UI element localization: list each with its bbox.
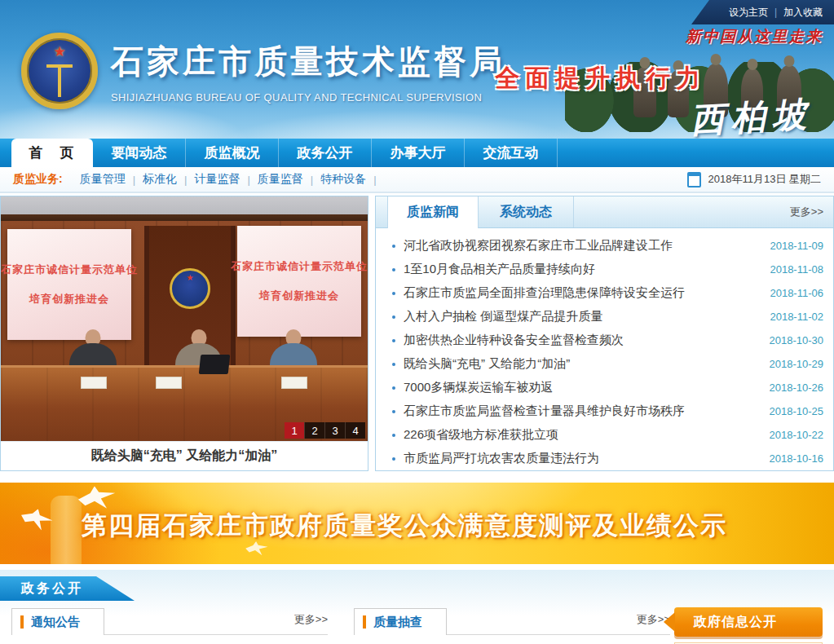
news-link[interactable]: 226项省级地方标准获批立项 (404, 427, 761, 443)
photo-nameplate (156, 377, 182, 389)
tab-accent-bar (20, 615, 24, 629)
nav-overview[interactable]: 质监概况 (186, 139, 279, 167)
news-row: 入村入户抽检 倒逼型煤产品提升质量 2018-11-02 (387, 305, 823, 329)
tab-system-updates[interactable]: 系统动态 (479, 196, 574, 227)
nav-gov-affairs[interactable]: 政务公开 (279, 139, 372, 167)
photo-left-screen: 石家庄市诚信计量示范单位 培育创新推进会 (7, 229, 131, 340)
subnav-divider: | (311, 174, 313, 186)
photo-nameplate (281, 377, 307, 389)
bottom-columns: 通知公告 更多>> 市场监管总局关于贯彻落实《国务院关于在市场监管领域… 质量抽… (11, 607, 823, 644)
bullet-icon (392, 268, 395, 271)
news-panel: 质监新闻 系统动态 更多>> 河北省政协视察团视察石家庄市工业品牌建设工作 20… (375, 196, 834, 471)
news-row: 1至10月食品相关产品质量持续向好 2018-11-08 (387, 258, 823, 281)
pagination-3[interactable]: 3 (324, 422, 345, 439)
photo-emblem-icon: ★ (170, 268, 210, 309)
bullet-icon (392, 363, 395, 366)
photo-nameplate (81, 377, 107, 389)
page: 设为主页 | 加入收藏 ★ 石家庄市质量技术监督局 SHIJIAZHUANG B… (0, 0, 834, 644)
notice-row: 市场监管总局关于贯彻落实《国务院关于在市场监管领域… (11, 639, 328, 644)
header: 设为主页 | 加入收藏 ★ 石家庄市质量技术监督局 SHIJIAZHUANG B… (0, 0, 834, 139)
news-date: 2018-11-06 (770, 287, 823, 299)
news-link[interactable]: 石家庄市质监局全面排查治理隐患保障特设安全运行 (404, 285, 761, 301)
gov-info-title-button[interactable]: 政府信息公开 (674, 607, 823, 637)
carousel-photo[interactable]: ★ 石家庄市诚信计量示范单位 培育创新推进会 石家庄市诚信计量示范单位 培育创新… (1, 196, 368, 441)
award-banner[interactable]: 第四届石家庄市政府质量奖公众满意度测评及业绩公示 (0, 483, 834, 564)
bottom-section: 政务公开 通知公告 更多>> 市场监管总局关于贯彻落实《国务院关于在市场监管领域… (0, 570, 834, 644)
bullet-icon (392, 315, 395, 319)
subnav-quality-management[interactable]: 质量管理 (80, 172, 126, 187)
gov-affairs-ribbon: 政务公开 (0, 576, 135, 601)
bullet-icon (392, 434, 395, 437)
bullet-icon (392, 457, 395, 461)
news-link[interactable]: 既给头脑“充电” 又给能力“加油” (404, 356, 761, 372)
gov-info-sidebar: 政府信息公开 ★ 市局信息公开目录 ★ 政府信息公开指南 (674, 607, 823, 644)
news-row: 石家庄市质监局监督检查计量器具维护良好市场秩序 2018-10-25 (387, 399, 823, 423)
bullet-icon (392, 339, 395, 342)
photo-person (69, 327, 117, 371)
news-date: 2018-10-25 (770, 405, 824, 417)
slogan-new-china: 新中国从这里走来 (686, 26, 823, 47)
notices-more-link[interactable]: 更多>> (294, 612, 328, 634)
tab-accent-bar (363, 615, 366, 629)
news-link[interactable]: 河北省政协视察团视察石家庄市工业品牌建设工作 (404, 238, 761, 254)
carousel-pagination: 1 2 3 4 (285, 422, 365, 439)
tab-quality-check[interactable]: 质量抽查 (354, 608, 447, 635)
photo-person (270, 327, 317, 371)
news-link[interactable]: 入村入户抽检 倒逼型煤产品提升质量 (404, 309, 761, 324)
business-prefix-label: 质监业务: (13, 172, 63, 187)
subnav-divider: | (133, 174, 135, 186)
news-row: 市质监局严打坑农害农质量违法行为 2018-10-16 (387, 447, 823, 470)
news-link[interactable]: 加密供热企业特种设备安全监督检查频次 (404, 333, 761, 348)
carousel-caption[interactable]: 既给头脑“充电” 又给能力“加油” (1, 441, 368, 470)
bullet-icon (392, 386, 395, 390)
news-row: 河北省政协视察团视察石家庄市工业品牌建设工作 2018-11-09 (387, 234, 823, 258)
quality-check-panel: 质量抽查 更多>> 市场监管总局关于2018年童鞋等13种产品质量国家监督抽查… (354, 607, 670, 644)
emblem-scale-icon (46, 64, 73, 97)
header-banner-image: 新中国从这里走来 全面提升执行力 西柏坡 (483, 23, 834, 139)
nav-home[interactable]: 首 页 (11, 139, 93, 167)
news-date: 2018-10-29 (770, 358, 824, 370)
title-block: 石家庄市质量技术监督局 SHIJIAZHUANG BUREAU OF QUALI… (111, 39, 505, 104)
pagination-1[interactable]: 1 (285, 422, 304, 439)
news-link[interactable]: 市质监局严打坑农害农质量违法行为 (404, 451, 761, 466)
tab-notices-label: 通知公告 (31, 615, 80, 630)
dove-icon (20, 507, 54, 532)
news-date: 2018-10-16 (770, 452, 824, 465)
subnav-metrology[interactable]: 计量监督 (194, 172, 240, 187)
screen-text-line2: 培育创新推进会 (29, 292, 109, 307)
news-date: 2018-10-22 (770, 429, 824, 441)
news-date: 2018-11-09 (770, 240, 823, 252)
subnav-divider: | (184, 174, 187, 186)
tab-quality-news[interactable]: 质监新闻 (387, 196, 479, 228)
notice-panel: 通知公告 更多>> 市场监管总局关于贯彻落实《国务院关于在市场监管领域… (11, 607, 328, 644)
screen-text-line1: 石家庄市诚信计量示范单位 (231, 259, 368, 274)
pagination-4[interactable]: 4 (345, 422, 365, 439)
topbar-separator: | (774, 7, 777, 18)
bullet-icon (392, 292, 395, 295)
nav-interaction[interactable]: 交流互动 (465, 139, 558, 167)
site-title: 石家庄市质量技术监督局 (111, 39, 505, 84)
nav-news[interactable]: 要闻动态 (93, 139, 186, 167)
add-favorite-link[interactable]: 加入收藏 (783, 6, 823, 20)
set-home-link[interactable]: 设为主页 (729, 6, 768, 20)
pagination-2[interactable]: 2 (304, 422, 324, 439)
news-row: 石家庄市质监局全面排查治理隐患保障特设安全运行 2018-11-06 (387, 281, 823, 305)
tab-notices[interactable]: 通知公告 (11, 608, 104, 635)
news-more-link[interactable]: 更多>> (790, 196, 833, 227)
xibaipo-calligraphy: 西柏坡 (690, 91, 814, 139)
subnav-special-equipment[interactable]: 特种设备 (320, 172, 366, 187)
subnav-standardization[interactable]: 标准化 (143, 172, 177, 187)
news-link[interactable]: 7000多辆煤炭运输车被劝返 (404, 380, 761, 395)
news-date: 2018-11-08 (770, 263, 823, 276)
bureau-emblem-logo: ★ (21, 33, 98, 109)
news-link[interactable]: 1至10月食品相关产品质量持续向好 (404, 262, 761, 277)
subnav-divider: | (247, 174, 249, 186)
bullet-icon (392, 410, 395, 413)
news-list: 河北省政协视察团视察石家庄市工业品牌建设工作 2018-11-09 1至10月食… (376, 228, 833, 470)
subnav-quality-supervision[interactable]: 质量监督 (258, 172, 303, 187)
news-row: 226项省级地方标准获批立项 2018-10-22 (387, 423, 823, 447)
banner-text: 第四届石家庄市政府质量奖公众满意度测评及业绩公示 (82, 509, 727, 543)
news-link[interactable]: 石家庄市质监局监督检查计量器具维护良好市场秩序 (404, 404, 761, 419)
photo-carousel: ★ 石家庄市诚信计量示范单位 培育创新推进会 石家庄市诚信计量示范单位 培育创新… (0, 196, 368, 471)
nav-service-hall[interactable]: 办事大厅 (372, 139, 465, 167)
